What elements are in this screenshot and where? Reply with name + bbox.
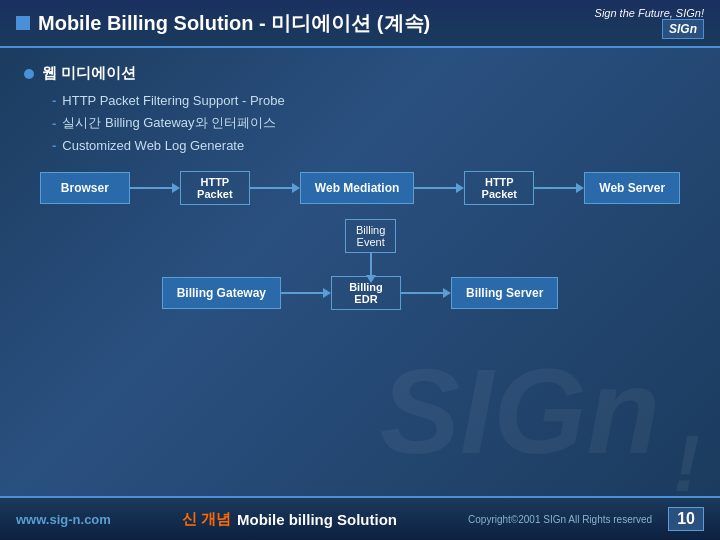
section-bullet: 웹 미디에이션 (24, 64, 696, 83)
sub-item-2-text: 실시간 Billing Gateway와 인터페이스 (62, 114, 276, 132)
footer-highlight: 신 개념 (182, 510, 231, 529)
billing-server-box: Billing Server (451, 277, 558, 309)
sub-item-2: 실시간 Billing Gateway와 인터페이스 (52, 114, 696, 132)
billing-event-box: Billing Event (345, 219, 396, 253)
header-title-text: Mobile Billing Solution - 미디에이션 (계속) (38, 10, 430, 37)
sub-item-3-text: Customized Web Log Generate (62, 138, 244, 153)
section-label: 웹 미디에이션 (42, 64, 136, 83)
sign-tagline: Sign the Future, SIGn! (595, 7, 704, 19)
header-logo: Sign the Future, SIGn! SIGn (595, 7, 704, 39)
http-packet-box-2: HTTP Packet (464, 171, 534, 205)
footer-center: 신 개념 Mobile billing Solution (182, 510, 397, 529)
main-content: 웹 미디에이션 HTTP Packet Filtering Support - … (0, 48, 720, 496)
header-title: Mobile Billing Solution - 미디에이션 (계속) (16, 10, 430, 37)
diagram-wrapper: Browser HTTP Packet Web Mediation (24, 171, 696, 351)
header-bar: Mobile Billing Solution - 미디에이션 (계속) Sig… (0, 0, 720, 48)
bottom-row: Billing Gateway Billing EDR Billing Serv… (24, 276, 696, 310)
square-icon (16, 16, 30, 30)
arrow-4 (534, 183, 584, 193)
footer-center-text: Mobile billing Solution (237, 511, 397, 528)
billing-gateway-box: Billing Gateway (162, 277, 281, 309)
logo-badge: SIGn (662, 19, 704, 39)
arrow-6 (401, 288, 451, 298)
arrow-5 (281, 288, 331, 298)
footer-right: Copyright©2001 SIGn All Rights reserved … (468, 507, 704, 531)
web-mediation-box: Web Mediation (300, 172, 414, 204)
arrow-1 (130, 183, 180, 193)
sub-item-1: HTTP Packet Filtering Support - Probe (52, 93, 696, 108)
browser-box: Browser (40, 172, 130, 204)
http-packet-box-1: HTTP Packet (180, 171, 250, 205)
billing-event-text-line2: Event (356, 236, 385, 248)
billing-event-connector: Billing Event (345, 219, 396, 283)
arrow-3 (414, 183, 464, 193)
bullet-dot (24, 69, 34, 79)
sub-item-1-text: HTTP Packet Filtering Support - Probe (62, 93, 284, 108)
billing-event-text-line1: Billing (356, 224, 385, 236)
sub-items-list: HTTP Packet Filtering Support - Probe 실시… (52, 93, 696, 153)
down-arrow-line (370, 253, 372, 275)
footer-url: www.sig-n.com (16, 512, 111, 527)
top-row: Browser HTTP Packet Web Mediation (24, 171, 696, 205)
footer: www.sig-n.com 신 개념 Mobile billing Soluti… (0, 496, 720, 540)
web-server-box: Web Server (584, 172, 680, 204)
billing-edr-box: Billing EDR (331, 276, 401, 310)
sub-item-3: Customized Web Log Generate (52, 138, 696, 153)
footer-copyright: Copyright©2001 SIGn All Rights reserved (468, 514, 652, 525)
arrow-2 (250, 183, 300, 193)
footer-page-number: 10 (668, 507, 704, 531)
